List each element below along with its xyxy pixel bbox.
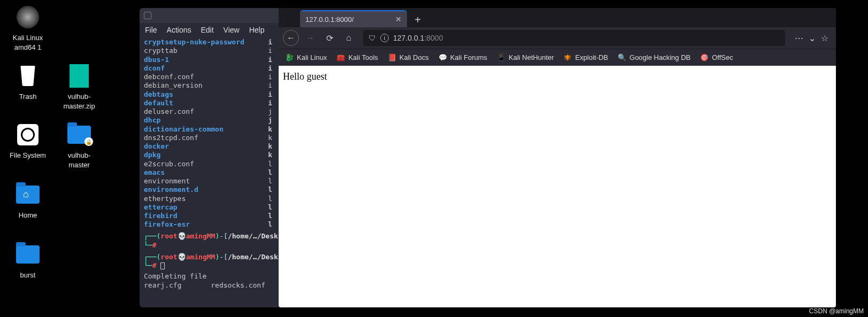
browser-window: 127.0.0.1:8000/ ✕ + ← → ⟳ ⌂ 🛡 i 127.0.0.… <box>279 8 836 307</box>
menu-view[interactable]: View <box>224 26 240 34</box>
desktop-icon-trash[interactable]: Trash <box>3 63 52 102</box>
back-button[interactable]: ← <box>283 30 299 46</box>
forums-icon: 💬 <box>439 53 447 62</box>
url-text: 127.0.0.1:8000 <box>393 34 443 42</box>
page-text: Hello guest <box>283 71 327 82</box>
bookmark-exploitdb[interactable]: 🕷Exploit-DB <box>564 53 608 62</box>
menu-actions[interactable]: Actions <box>167 26 191 34</box>
bookmarks-bar: 🐉Kali Linux 🧰Kali Tools 📕Kali Docs 💬Kali… <box>279 49 836 66</box>
tools-icon: 🧰 <box>336 53 345 62</box>
address-bar[interactable]: 🛡 i 127.0.0.1:8000 <box>363 30 785 46</box>
menu-file[interactable]: File <box>145 26 157 34</box>
page-content: Hello guest <box>279 66 836 307</box>
disc-icon <box>15 4 41 30</box>
bookmark-ghdb[interactable]: 🔍Google Hacking DB <box>618 53 690 62</box>
home-folder-icon: ⌂ <box>15 182 41 207</box>
close-tab-icon[interactable]: ✕ <box>395 15 402 24</box>
folder-icon <box>15 242 41 267</box>
icon-label: Trash <box>3 92 52 102</box>
home-button[interactable]: ⌂ <box>341 30 357 46</box>
pocket-icon[interactable]: ⌄ <box>809 33 816 43</box>
desktop-icon-filesystem[interactable]: File System <box>3 122 52 160</box>
tab-strip: 127.0.0.1:8000/ ✕ + <box>279 8 836 27</box>
trash-icon <box>15 63 41 89</box>
new-tab-button[interactable]: + <box>410 12 425 27</box>
bookmark-kali-tools[interactable]: 🧰Kali Tools <box>336 53 378 62</box>
desktop-icon-vulhub-master[interactable]: 🔒 vulhub-master <box>55 122 104 169</box>
terminal-menubar: File Actions Edit View Help <box>140 23 279 37</box>
bookmark-nethunter[interactable]: 📱Kali NetHunter <box>497 53 554 62</box>
menu-help[interactable]: Help <box>249 26 265 34</box>
terminal-output[interactable]: cryptsetup-nuke-passwordicrypttabidbus-1… <box>140 37 279 291</box>
dragon-icon: 🐉 <box>285 53 294 62</box>
archive-icon <box>66 63 92 89</box>
watermark: CSDN @amingMM <box>809 307 864 315</box>
terminal-titlebar[interactable] <box>140 8 279 23</box>
toolbar-icons: ⋯ ⌄ ☆ <box>792 33 832 43</box>
bookmark-star-icon[interactable]: ☆ <box>821 33 828 43</box>
offsec-icon: 🎯 <box>700 53 709 62</box>
forward-button[interactable]: → <box>302 30 318 46</box>
desktop-icon-kali[interactable]: Kali Linuxamd64 1 <box>3 4 52 52</box>
icon-label: File System <box>3 151 52 160</box>
desktop-icon-burst[interactable]: burst <box>3 242 52 280</box>
icon-label: burst <box>3 270 52 280</box>
menu-edit[interactable]: Edit <box>201 26 213 34</box>
bookmark-kali-docs[interactable]: 📕Kali Docs <box>388 53 429 62</box>
terminal-icon <box>144 12 151 19</box>
browser-tab[interactable]: 127.0.0.1:8000/ ✕ <box>300 10 407 27</box>
bookmark-kali-forums[interactable]: 💬Kali Forums <box>439 53 487 62</box>
desktop-icon-home[interactable]: ⌂ Home <box>3 182 52 220</box>
folder-locked-icon: 🔒 <box>66 122 92 148</box>
icon-label: Kali Linuxamd64 1 <box>3 33 52 52</box>
terminal-window[interactable]: File Actions Edit View Help cryptsetup-n… <box>140 8 279 307</box>
drive-icon <box>15 122 41 148</box>
bookmark-offsec[interactable]: 🎯OffSec <box>700 53 733 62</box>
desktop-icon-vulhub-zip[interactable]: vulhub-master.zip <box>55 63 104 111</box>
ellipsis-icon[interactable]: ⋯ <box>795 33 803 43</box>
icon-label: vulhub-master <box>55 151 104 169</box>
icon-label: vulhub-master.zip <box>55 92 104 111</box>
docs-icon: 📕 <box>388 53 396 62</box>
icon-label: Home <box>3 211 52 220</box>
shield-icon: 🛡 <box>368 34 376 42</box>
reload-button[interactable]: ⟳ <box>321 30 337 46</box>
nethunter-icon: 📱 <box>497 53 505 62</box>
info-icon[interactable]: i <box>380 34 389 42</box>
spider-icon: 🕷 <box>564 53 572 62</box>
tab-title: 127.0.0.1:8000/ <box>305 16 354 24</box>
browser-toolbar: ← → ⟳ ⌂ 🛡 i 127.0.0.1:8000 ⋯ ⌄ ☆ <box>279 27 836 49</box>
ghdb-icon: 🔍 <box>618 53 626 62</box>
bookmark-kali-linux[interactable]: 🐉Kali Linux <box>285 53 327 62</box>
